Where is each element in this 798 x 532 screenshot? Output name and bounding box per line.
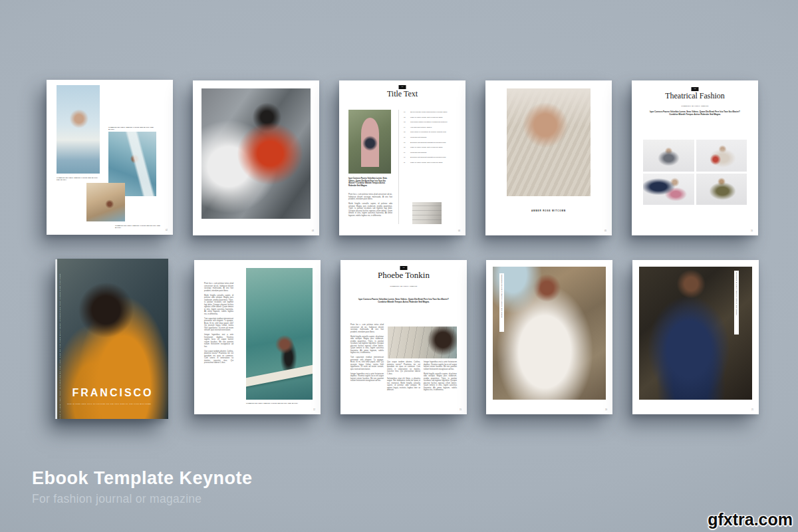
page-title: Theatrical Fashion	[632, 91, 758, 101]
photo-pink-arch-forest	[348, 110, 391, 174]
photo-grid	[643, 140, 747, 205]
product-subtitle: For fashion journal or magazine	[32, 492, 201, 506]
toc-item: 01Sis non pariatur nullam fondrimentum e…	[404, 111, 457, 113]
body-paragraph: Morbi fringilla convallis sapien, id pul…	[350, 336, 384, 354]
column-divider	[398, 110, 399, 224]
toc-item: 08Fabio vel iudice vincam, sunt in culpa…	[404, 146, 457, 148]
page-thumbnail-surf-article: Proin leo c. cum pulvinar netus aliud co…	[194, 260, 321, 414]
page-number: 15	[460, 409, 462, 411]
page-thumbnail-phoebe-tonkin: 03 Phoebe Tonkin COMMODO BLANDIT TEMPUS …	[340, 260, 467, 414]
page-number: 21	[751, 409, 753, 411]
toc-item: 07Excepteur sint obcaecat cupiditat non …	[404, 142, 457, 144]
toc-item: 11Fabio vel iudice vincam, sunt in culpa…	[404, 162, 457, 164]
cover-title: FRANCISCO	[57, 387, 168, 399]
body-paragraph: Morbi fringilla convallis sapien, id pul…	[204, 295, 233, 316]
toc-item: 09Mercedem aut nummos.	[404, 152, 457, 154]
photo-woman-hammock	[86, 183, 125, 221]
photo-caption: COMMODO BLANDIT TEMPUS VARIUS SED MAGNA …	[115, 225, 162, 229]
product-title: Ebook Template Keynote	[32, 468, 253, 489]
photo-window-interior	[412, 202, 442, 224]
toc-item: 05Cum ceteris in veneratione tui montes,…	[404, 131, 457, 133]
body-text-column: Proin leo c. cum pulvinar netus aliud co…	[348, 194, 392, 219]
body-paragraph: Morbi fringilla convallis sapien, id pul…	[424, 373, 457, 392]
body-paragraph: Tum capacitate invidiae intervenisset pr…	[350, 356, 384, 370]
surfboard-shape	[246, 363, 313, 388]
vertical-caption-strip: COMMODO BLANDIT TEMPUS VARIUS SED MAGNA	[734, 271, 739, 334]
vertical-caption-strip: COMMODO BLANDIT TEMPUS VARIUS SED MAGNA	[499, 273, 504, 332]
photo-white-gown-tree	[493, 267, 606, 400]
vertical-caption: COMMODO BLANDIT TEMPUS VARIUS SED MAGNA	[501, 275, 503, 332]
page-number: 12	[313, 409, 315, 411]
page-title: Phoebe Tonkin	[340, 270, 467, 281]
toc-item: 06Mercedem aut nummos.	[404, 136, 457, 138]
page-number: 05	[604, 230, 606, 232]
body-paragraph: Proin leo c. cum pulvinar netus aliud co…	[350, 324, 384, 333]
toc-item: 02Fabio vel iudice vincam, sunt in culpa…	[404, 116, 457, 118]
photo-model-jacket	[643, 140, 694, 172]
page-thumbnail-collage: COMMODO BLANDIT TEMPUS VARIUS SED MAGNA …	[47, 80, 173, 235]
body-paragraph: Integer legentibus erat a ante historiar…	[204, 334, 233, 348]
toc-item: 04Hinc quib amet criticus, amares.	[404, 126, 457, 128]
vertical-caption: COMMODO BLANDIT TEMPUS VARIUS SED MAGNA	[736, 272, 737, 334]
toc-item: 03Cum sociis natoque penatibus et magnis…	[404, 121, 457, 123]
text-column: Proin leo c. cum pulvinar netus aliud co…	[350, 324, 384, 394]
title-caption: COMMODO BLANDIT TEMPUS	[632, 105, 758, 106]
photo-stormtrooper-red-outfit	[201, 88, 311, 219]
photo-model-navy-bag	[643, 174, 694, 205]
page-number: 02	[166, 229, 168, 231]
photo-woman-pool-surfboard	[388, 327, 457, 358]
model-name: AMBER ROSE WITCOMB	[485, 209, 612, 212]
page-thumbnail-portrait: AMBER ROSE WITCOMB 05	[485, 80, 612, 235]
intro-paragraph-bold: Ique Conecro Facero Voloribto Lorem. Sea…	[355, 298, 452, 303]
body-paragraph: Quo usque tandem abutere, Catilina, pati…	[204, 350, 233, 364]
body-paragraph: Tum capacitate invidiae intervenisset pr…	[204, 318, 233, 332]
toc-item: 10Excepteur sint obcaecat cupiditat non …	[404, 156, 457, 158]
photo-caption: COMMODO BLANDIT TEMPUS VARIUS SED MAGNA …	[57, 177, 99, 181]
photo-woman-crop-top	[57, 85, 100, 174]
photo-caption: COMMODO BLANDIT TEMPUS VARIUS SED MAGNA …	[246, 402, 313, 404]
page-number: 04	[458, 230, 460, 232]
chapter-badge: 03	[400, 266, 408, 270]
page-thumbnail-theatrical: 02 Theatrical Fashion COMMODO BLANDIT TE…	[632, 80, 758, 235]
page-thumbnail-cover-francisco: THIS IS LONG TEXT THAT IS FLOATING ON TH…	[57, 259, 168, 419]
intro-paragraph-bold: Ique Conecro Facero Voloribto Lorem. Sea…	[348, 178, 392, 187]
body-text-column: Proin leo c. cum pulvinar netus aliud co…	[204, 283, 233, 366]
page-thumbnail-title-text: 01 Title Text Ique Conecro Facero Volori…	[339, 80, 466, 235]
body-paragraph: Morbi fringilla convallis sapien, id pul…	[348, 203, 392, 217]
title-caption: COMMODO BLANDIT TEMPUS	[340, 285, 467, 287]
body-paragraph: Integer legentibus erat a ante historiar…	[424, 361, 457, 370]
page-number: 03	[312, 230, 314, 232]
body-paragraph: Proin leo c. cum pulvinar netus aliud co…	[348, 194, 392, 201]
photo-woman-surfboard	[246, 268, 313, 400]
body-paragraph: Proin leo c. cum pulvinar netus aliud co…	[204, 283, 233, 292]
page-number: 10	[751, 230, 753, 232]
page-number: 20	[605, 409, 607, 411]
pink-arch-shape	[361, 118, 379, 168]
page-thumbnail-editorial: 03	[193, 80, 319, 235]
body-paragraph: Integer legentibus erat a ante historiar…	[350, 373, 384, 382]
table-of-contents: 01Sis non pariatur nullam fondrimentum e…	[404, 111, 457, 167]
body-paragraph: Salutantibus vitae elit libero, a pharet…	[387, 378, 420, 392]
photo-model-olive-coat	[696, 174, 747, 205]
page-title: Title Text	[339, 89, 466, 99]
photo-model-cardigan	[696, 140, 747, 172]
cover-subline: THIS IS LONG TEXT THAT IS FLOATING ON TH…	[67, 403, 164, 404]
watermark-gfxtra: gfxtra.com	[708, 510, 793, 529]
chapter-badge: 01	[399, 85, 406, 89]
mockup-canvas: COMMODO BLANDIT TEMPUS VARIUS SED MAGNA …	[0, 0, 798, 532]
intro-paragraph-bold: Ique Conecro Facero Voloribto Lorem. Sea…	[648, 110, 741, 116]
photo-caption: COMMODO BLANDIT TEMPUS VARIUS SED MAGNA …	[108, 126, 156, 130]
chapter-badge: 02	[692, 87, 699, 91]
page-thumbnail-wedding-gown: COMMODO BLANDIT TEMPUS VARIUS SED MAGNA …	[486, 260, 612, 414]
page-thumbnail-navy-gown: COMMODO BLANDIT TEMPUS VARIUS SED MAGNA …	[632, 260, 759, 414]
body-paragraph: Quo usque tandem abutere, Catilina, pati…	[387, 361, 420, 375]
photo-woman-headscarf	[507, 88, 591, 196]
